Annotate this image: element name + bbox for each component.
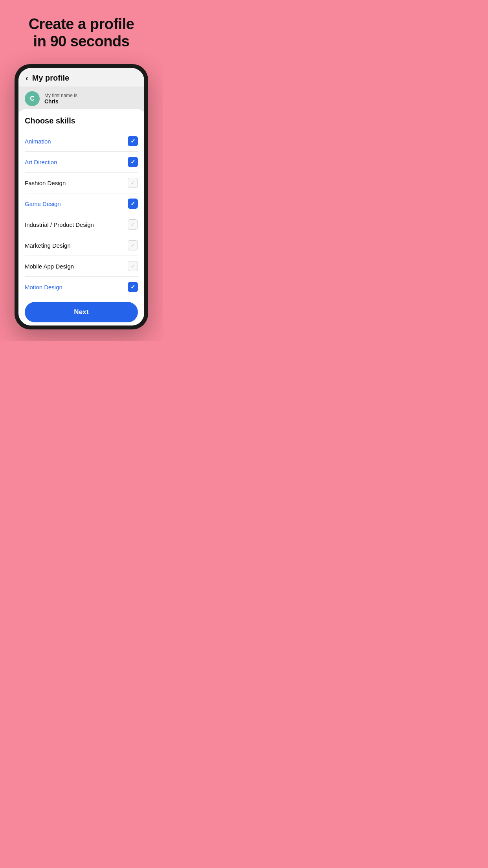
skill-checkbox[interactable] bbox=[128, 157, 138, 167]
skill-checkbox[interactable] bbox=[128, 199, 138, 209]
profile-banner: C My first name is Chris bbox=[18, 86, 144, 111]
avatar: C bbox=[25, 91, 40, 106]
profile-label: My first name is bbox=[44, 93, 77, 98]
skill-item[interactable]: Game Design bbox=[25, 193, 138, 214]
back-icon[interactable]: ‹ bbox=[26, 74, 28, 83]
next-button[interactable]: Next bbox=[25, 302, 138, 322]
skill-label: Art Direction bbox=[25, 159, 57, 166]
skill-item[interactable]: Marketing Design bbox=[25, 235, 138, 256]
phone-frame: ‹ My profile C My first name is Chris Ch… bbox=[15, 64, 148, 329]
skill-checkbox[interactable] bbox=[128, 178, 138, 188]
skill-label: Industrial / Product Design bbox=[25, 221, 94, 228]
skill-checkbox[interactable] bbox=[128, 261, 138, 271]
skill-checkbox[interactable] bbox=[128, 240, 138, 250]
skill-label: Marketing Design bbox=[25, 242, 71, 249]
skill-item[interactable]: Fashion Design bbox=[25, 173, 138, 193]
headline: Create a profile in 90 seconds bbox=[29, 16, 134, 50]
skill-item[interactable]: Motion Design bbox=[25, 277, 138, 297]
skill-item[interactable]: Industrial / Product Design bbox=[25, 214, 138, 235]
skill-label: Motion Design bbox=[25, 284, 62, 291]
skill-label: Animation bbox=[25, 138, 51, 145]
skill-label: Fashion Design bbox=[25, 180, 66, 186]
skill-label: Mobile App Design bbox=[25, 263, 74, 270]
skill-item[interactable]: Art Direction bbox=[25, 152, 138, 173]
profile-name: Chris bbox=[44, 98, 77, 105]
top-bar: ‹ My profile bbox=[18, 68, 144, 86]
skill-checkbox[interactable] bbox=[128, 219, 138, 230]
skill-item[interactable]: Mobile App Design bbox=[25, 256, 138, 277]
skill-checkbox[interactable] bbox=[128, 136, 138, 146]
skills-section: Choose skills AnimationArt DirectionFash… bbox=[18, 109, 144, 326]
skill-checkbox[interactable] bbox=[128, 282, 138, 292]
skill-item[interactable]: Animation bbox=[25, 131, 138, 152]
skill-label: Game Design bbox=[25, 200, 61, 207]
page-title: My profile bbox=[32, 74, 69, 83]
skills-title: Choose skills bbox=[25, 116, 138, 125]
